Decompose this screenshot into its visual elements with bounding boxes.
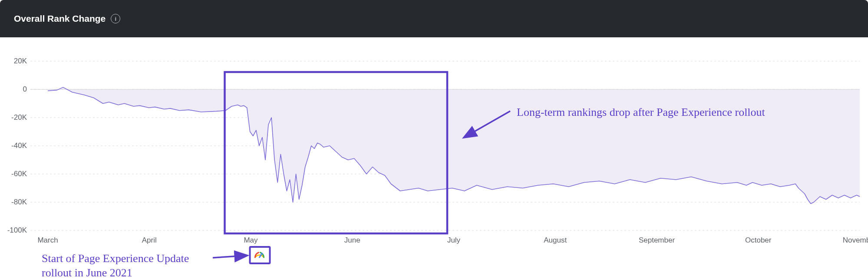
x-tick-label: May xyxy=(244,236,258,244)
y-tick-label: -100K xyxy=(7,226,27,234)
rank-change-line-chart: 20K0-20K-40K-60K-80K-100KMarchAprilMayJu… xyxy=(0,37,868,279)
x-tick-label: July xyxy=(447,236,461,244)
annotation-rankings-drop: Long-term rankings drop after Page Exper… xyxy=(517,106,765,119)
x-tick-label: November xyxy=(843,236,868,244)
line-area-fill xyxy=(48,87,860,204)
annotation-update-rollout: Start of Page Experience Update rollout … xyxy=(42,252,189,279)
y-tick-label: -60K xyxy=(11,170,27,178)
panel-title: Overall Rank Change xyxy=(14,13,106,24)
x-tick-label: October xyxy=(745,236,772,244)
y-tick-label: 20K xyxy=(14,57,27,65)
y-tick-label: -80K xyxy=(11,198,27,206)
annotation-line1: Start of Page Experience Update xyxy=(42,252,189,265)
annotation-line2: rollout in June 2021 xyxy=(42,266,132,279)
y-tick-label: -40K xyxy=(11,141,27,150)
info-icon[interactable]: i xyxy=(111,14,120,23)
y-tick-label: 0 xyxy=(23,85,27,93)
arrow-to-marker xyxy=(213,256,247,258)
chart-container: 20K0-20K-40K-60K-80K-100KMarchAprilMayJu… xyxy=(0,37,868,279)
x-tick-label: March xyxy=(37,236,58,244)
x-tick-label: June xyxy=(344,236,360,244)
x-tick-label: April xyxy=(142,236,157,244)
panel-header: Overall Rank Change i xyxy=(0,0,868,37)
x-tick-label: September xyxy=(639,236,675,244)
x-tick-label: August xyxy=(544,236,567,244)
y-tick-label: -20K xyxy=(11,113,27,121)
